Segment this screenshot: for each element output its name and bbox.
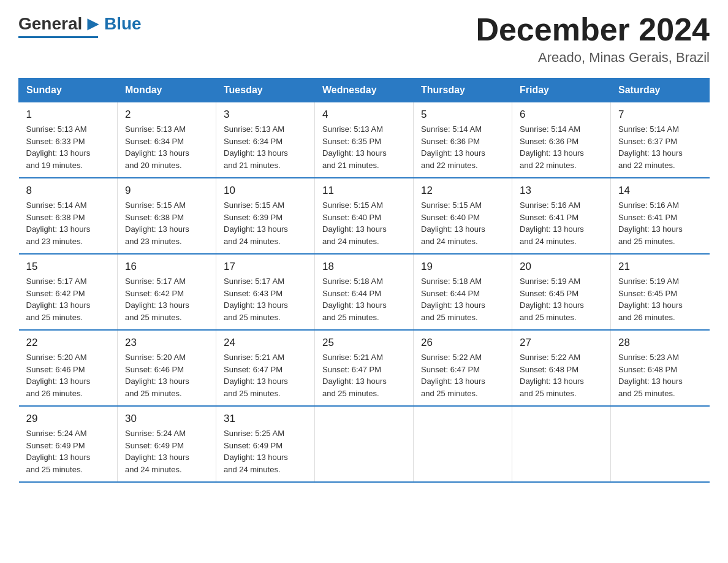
calendar-cell: 22 Sunrise: 5:20 AM Sunset: 6:46 PM Dayl… — [19, 330, 118, 406]
day-number: 19 — [421, 261, 504, 273]
title-area: December 2024 Areado, Minas Gerais, Braz… — [476, 12, 710, 66]
calendar-cell: 20 Sunrise: 5:19 AM Sunset: 6:45 PM Dayl… — [512, 254, 611, 330]
day-info: Sunrise: 5:19 AM Sunset: 6:45 PM Dayligh… — [618, 275, 702, 323]
day-info: Sunrise: 5:13 AM Sunset: 6:34 PM Dayligh… — [125, 123, 208, 171]
calendar-cell: 6 Sunrise: 5:14 AM Sunset: 6:36 PM Dayli… — [512, 102, 611, 178]
col-monday: Monday — [118, 79, 216, 102]
day-info: Sunrise: 5:21 AM Sunset: 6:47 PM Dayligh… — [224, 351, 307, 399]
day-info: Sunrise: 5:17 AM Sunset: 6:42 PM Dayligh… — [125, 275, 208, 323]
day-info: Sunrise: 5:15 AM Sunset: 6:40 PM Dayligh… — [322, 199, 406, 247]
day-number: 10 — [224, 185, 307, 197]
col-friday: Friday — [512, 79, 611, 102]
day-info: Sunrise: 5:13 AM Sunset: 6:35 PM Dayligh… — [322, 123, 406, 171]
col-wednesday: Wednesday — [315, 79, 414, 102]
day-info: Sunrise: 5:22 AM Sunset: 6:48 PM Dayligh… — [520, 351, 603, 399]
day-info: Sunrise: 5:16 AM Sunset: 6:41 PM Dayligh… — [618, 199, 702, 247]
day-number: 23 — [125, 337, 208, 349]
day-info: Sunrise: 5:14 AM Sunset: 6:38 PM Dayligh… — [26, 199, 110, 247]
day-number: 27 — [520, 337, 603, 349]
day-info: Sunrise: 5:24 AM Sunset: 6:49 PM Dayligh… — [125, 427, 208, 475]
day-number: 28 — [618, 337, 702, 349]
day-number: 3 — [224, 109, 307, 121]
calendar-week-row: 1 Sunrise: 5:13 AM Sunset: 6:33 PM Dayli… — [19, 102, 710, 178]
calendar-cell: 26 Sunrise: 5:22 AM Sunset: 6:47 PM Dayl… — [414, 330, 512, 406]
day-number: 20 — [520, 261, 603, 273]
calendar-cell — [611, 406, 710, 482]
day-number: 1 — [26, 109, 110, 121]
calendar-cell: 28 Sunrise: 5:23 AM Sunset: 6:48 PM Dayl… — [611, 330, 710, 406]
day-info: Sunrise: 5:13 AM Sunset: 6:33 PM Dayligh… — [26, 123, 110, 171]
calendar-cell: 4 Sunrise: 5:13 AM Sunset: 6:35 PM Dayli… — [315, 102, 414, 178]
day-info: Sunrise: 5:25 AM Sunset: 6:49 PM Dayligh… — [224, 427, 307, 475]
logo-general-text: General — [18, 14, 82, 34]
calendar-cell — [512, 406, 611, 482]
calendar-cell: 1 Sunrise: 5:13 AM Sunset: 6:33 PM Dayli… — [19, 102, 118, 178]
calendar-cell — [315, 406, 414, 482]
day-number: 8 — [26, 185, 110, 197]
col-sunday: Sunday — [19, 79, 118, 102]
calendar-cell: 5 Sunrise: 5:14 AM Sunset: 6:36 PM Dayli… — [414, 102, 512, 178]
day-number: 5 — [421, 109, 504, 121]
calendar-week-row: 15 Sunrise: 5:17 AM Sunset: 6:42 PM Dayl… — [19, 254, 710, 330]
day-number: 15 — [26, 261, 110, 273]
calendar-cell: 2 Sunrise: 5:13 AM Sunset: 6:34 PM Dayli… — [118, 102, 216, 178]
day-number: 2 — [125, 109, 208, 121]
calendar-cell: 31 Sunrise: 5:25 AM Sunset: 6:49 PM Dayl… — [216, 406, 315, 482]
day-number: 4 — [322, 109, 406, 121]
calendar-week-row: 29 Sunrise: 5:24 AM Sunset: 6:49 PM Dayl… — [19, 406, 710, 482]
day-info: Sunrise: 5:14 AM Sunset: 6:36 PM Dayligh… — [520, 123, 603, 171]
day-info: Sunrise: 5:14 AM Sunset: 6:36 PM Dayligh… — [421, 123, 504, 171]
calendar-cell: 13 Sunrise: 5:16 AM Sunset: 6:41 PM Dayl… — [512, 178, 611, 254]
calendar-cell: 10 Sunrise: 5:15 AM Sunset: 6:39 PM Dayl… — [216, 178, 315, 254]
day-number: 17 — [224, 261, 307, 273]
logo: General ► Blue — [18, 12, 142, 38]
day-number: 31 — [224, 413, 307, 425]
month-title: December 2024 — [476, 12, 710, 47]
day-number: 16 — [125, 261, 208, 273]
day-number: 9 — [125, 185, 208, 197]
day-number: 11 — [322, 185, 406, 197]
col-tuesday: Tuesday — [216, 79, 315, 102]
calendar-cell: 29 Sunrise: 5:24 AM Sunset: 6:49 PM Dayl… — [19, 406, 118, 482]
calendar-cell: 3 Sunrise: 5:13 AM Sunset: 6:34 PM Dayli… — [216, 102, 315, 178]
day-info: Sunrise: 5:15 AM Sunset: 6:39 PM Dayligh… — [224, 199, 307, 247]
day-number: 7 — [618, 109, 702, 121]
day-number: 14 — [618, 185, 702, 197]
calendar-header-row: Sunday Monday Tuesday Wednesday Thursday… — [19, 79, 710, 102]
day-number: 6 — [520, 109, 603, 121]
day-number: 30 — [125, 413, 208, 425]
day-number: 13 — [520, 185, 603, 197]
day-number: 24 — [224, 337, 307, 349]
calendar-cell: 8 Sunrise: 5:14 AM Sunset: 6:38 PM Dayli… — [19, 178, 118, 254]
calendar-cell: 21 Sunrise: 5:19 AM Sunset: 6:45 PM Dayl… — [611, 254, 710, 330]
day-info: Sunrise: 5:17 AM Sunset: 6:42 PM Dayligh… — [26, 275, 110, 323]
calendar-table: Sunday Monday Tuesday Wednesday Thursday… — [18, 78, 710, 483]
day-info: Sunrise: 5:23 AM Sunset: 6:48 PM Dayligh… — [618, 351, 702, 399]
col-saturday: Saturday — [611, 79, 710, 102]
day-info: Sunrise: 5:19 AM Sunset: 6:45 PM Dayligh… — [520, 275, 603, 323]
day-info: Sunrise: 5:15 AM Sunset: 6:40 PM Dayligh… — [421, 199, 504, 247]
col-thursday: Thursday — [414, 79, 512, 102]
calendar-cell: 11 Sunrise: 5:15 AM Sunset: 6:40 PM Dayl… — [315, 178, 414, 254]
location-title: Areado, Minas Gerais, Brazil — [476, 50, 710, 66]
day-info: Sunrise: 5:18 AM Sunset: 6:44 PM Dayligh… — [421, 275, 504, 323]
day-info: Sunrise: 5:22 AM Sunset: 6:47 PM Dayligh… — [421, 351, 504, 399]
day-number: 18 — [322, 261, 406, 273]
day-info: Sunrise: 5:16 AM Sunset: 6:41 PM Dayligh… — [520, 199, 603, 247]
day-info: Sunrise: 5:20 AM Sunset: 6:46 PM Dayligh… — [26, 351, 110, 399]
calendar-cell: 27 Sunrise: 5:22 AM Sunset: 6:48 PM Dayl… — [512, 330, 611, 406]
calendar-cell: 30 Sunrise: 5:24 AM Sunset: 6:49 PM Dayl… — [118, 406, 216, 482]
calendar-cell: 25 Sunrise: 5:21 AM Sunset: 6:47 PM Dayl… — [315, 330, 414, 406]
day-number: 12 — [421, 185, 504, 197]
day-info: Sunrise: 5:20 AM Sunset: 6:46 PM Dayligh… — [125, 351, 208, 399]
day-info: Sunrise: 5:24 AM Sunset: 6:49 PM Dayligh… — [26, 427, 110, 475]
day-info: Sunrise: 5:21 AM Sunset: 6:47 PM Dayligh… — [322, 351, 406, 399]
calendar-cell — [414, 406, 512, 482]
day-info: Sunrise: 5:17 AM Sunset: 6:43 PM Dayligh… — [224, 275, 307, 323]
day-number: 26 — [421, 337, 504, 349]
logo-arrow-icon: ► — [83, 12, 103, 35]
day-info: Sunrise: 5:15 AM Sunset: 6:38 PM Dayligh… — [125, 199, 208, 247]
calendar-cell: 7 Sunrise: 5:14 AM Sunset: 6:37 PM Dayli… — [611, 102, 710, 178]
day-info: Sunrise: 5:14 AM Sunset: 6:37 PM Dayligh… — [618, 123, 702, 171]
calendar-cell: 12 Sunrise: 5:15 AM Sunset: 6:40 PM Dayl… — [414, 178, 512, 254]
